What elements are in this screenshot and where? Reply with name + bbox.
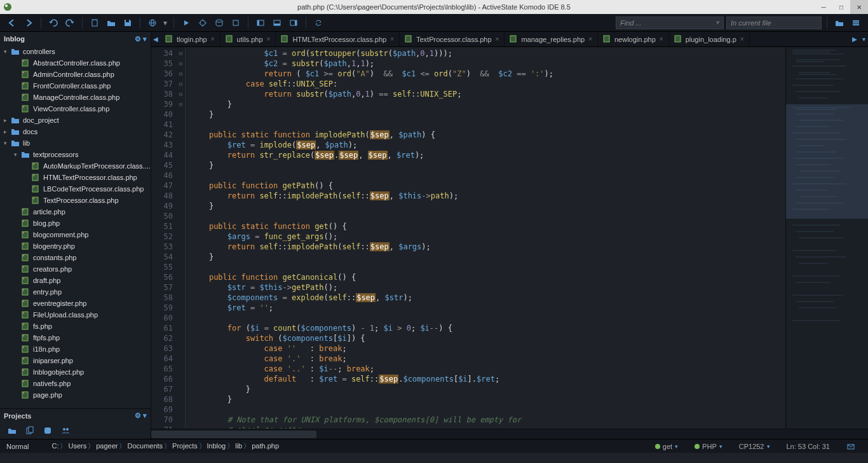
debug-icon[interactable] [196,16,210,30]
panel-left-icon[interactable] [254,16,268,30]
symbol-indicator[interactable]: get▾ [655,443,678,450]
close-button[interactable]: ✕ [850,0,868,14]
save-icon[interactable] [121,16,135,30]
maximize-button[interactable]: □ [832,0,850,14]
breadcrumb-segment[interactable]: C: [51,442,58,450]
editor-mode: Normal [6,443,29,450]
tree-file[interactable]: FileUpload.class.php [0,309,151,321]
tree-file[interactable]: blogentry.php [0,240,151,252]
tree-file[interactable]: entry.php [0,286,151,298]
new-file-icon[interactable] [88,16,102,30]
code-editor[interactable]: $c1 = ord(strtoupper(substr($path,0,1)))… [186,47,785,429]
tree-file[interactable]: ftpfs.php [0,332,151,343]
gear-icon[interactable]: ⚙ ▾ [135,35,147,43]
tree-file[interactable]: LBCodeTextProcessor.class.php [0,183,151,195]
tree-file[interactable]: nativefs.php [0,378,151,389]
users-icon[interactable] [61,426,70,435]
fold-gutter[interactable]: ⊟ ⊟ ⊟ ⊟ ⊟ ⊟ [177,47,186,429]
horizontal-scrollbar[interactable] [151,429,868,439]
svg-point-72 [23,381,24,382]
open-file-icon[interactable] [104,16,118,30]
close-icon[interactable]: × [211,36,215,43]
chevron-down-icon[interactable]: ▾ [162,16,168,30]
files-icon[interactable] [25,426,34,435]
scrollbar-thumb[interactable] [151,431,316,438]
tree-file[interactable]: blog.php [0,218,151,229]
breadcrumb-segment[interactable]: path.php [252,442,279,450]
minimap[interactable] [785,47,868,429]
breadcrumb-segment[interactable]: Projects [172,442,198,450]
minimize-button[interactable]: ─ [815,0,832,14]
folder-icon[interactable] [832,16,846,30]
editor-tab[interactable]: HTMLTextProcessor.class.php× [276,32,400,46]
tree-file[interactable]: AutoMarkupTextProcessor.class.... [0,160,151,172]
editor-tab[interactable]: newlogin.php× [598,32,669,46]
close-icon[interactable]: × [588,36,592,43]
find-scope-select[interactable]: In current file [726,17,822,29]
breadcrumb-segment[interactable]: lnblog [207,442,226,450]
breadcrumbs[interactable]: C:〉Users〉pageer〉Documents〉Projects〉lnblo… [51,441,279,451]
panel-bottom-icon[interactable] [270,16,284,30]
tree-item-label: ftpfs.php [33,334,60,342]
editor-tab[interactable]: plugin_loading.p× [669,32,750,46]
tree-file[interactable]: article.php [0,206,151,218]
notification-icon[interactable] [846,442,855,451]
database-icon[interactable] [212,16,226,30]
nav-back-icon[interactable] [5,16,19,30]
tree-file[interactable]: AbstractController.class.php [0,57,151,69]
sync-icon[interactable] [311,16,325,30]
tree-file[interactable]: TextProcessor.class.php [0,195,151,206]
gear-icon[interactable]: ⚙ ▾ [135,411,147,420]
tree-file[interactable]: FrontController.class.php [0,80,151,92]
breadcrumb-segment[interactable]: pageer [96,442,118,450]
php-file-icon [674,35,683,44]
close-icon[interactable]: × [390,36,394,43]
close-icon[interactable]: × [496,36,499,43]
tab-scroll-left-icon[interactable]: ◀ [151,32,160,46]
tree-folder[interactable]: ▾controllers [0,46,151,57]
tree-file[interactable]: fs.php [0,321,151,332]
redo-icon[interactable] [63,16,77,30]
tree-file[interactable]: ManageController.class.php [0,92,151,103]
breadcrumb-segment[interactable]: Documents [127,442,163,450]
tree-file[interactable]: constants.php [0,252,151,263]
panel-right-icon[interactable] [287,16,301,30]
play-icon[interactable] [179,16,193,30]
language-indicator[interactable]: PHP▾ [695,443,722,450]
tree-file[interactable]: eventregister.php [0,298,151,309]
tree-file[interactable]: HTMLTextProcessor.class.php [0,172,151,183]
editor-tab[interactable]: utils.php× [220,32,276,46]
find-input[interactable]: Find ...▾ [616,17,724,29]
tree-file[interactable]: AdminController.class.php [0,69,151,80]
editor-tab[interactable]: tlogin.php× [160,32,220,46]
tree-file[interactable]: blogcomment.php [0,229,151,240]
tree-file[interactable]: creators.php [0,263,151,275]
tab-scroll-right-icon[interactable]: ▶ [850,32,859,46]
tool-icon[interactable] [229,16,243,30]
tree-folder[interactable]: ▸docs [0,126,151,137]
nav-forward-icon[interactable] [22,16,36,30]
database-icon[interactable] [43,426,52,435]
close-icon[interactable]: × [740,36,744,43]
menu-icon[interactable] [849,16,863,30]
tree-file[interactable]: page.php [0,389,151,401]
tree-file[interactable]: draft.php [0,275,151,286]
folder-icon[interactable] [8,426,17,435]
editor-tab[interactable]: TextProcessor.class.php× [400,32,505,46]
editor-tab[interactable]: manage_replies.php× [505,32,598,46]
tree-file[interactable]: i18n.php [0,343,151,355]
tree-folder[interactable]: ▾lib [0,137,151,149]
tree-folder[interactable]: ▾textprocessors [0,149,151,160]
tree-file[interactable]: iniparser.php [0,355,151,366]
tree-folder[interactable]: ▸doc_project [0,114,151,126]
globe-icon[interactable] [146,16,159,30]
tree-file[interactable]: ViewController.class.php [0,103,151,114]
encoding-indicator[interactable]: CP1252▾ [739,443,770,450]
breadcrumb-segment[interactable]: Users [68,442,86,450]
breadcrumb-segment[interactable]: lib [235,442,242,450]
close-icon[interactable]: × [660,36,663,43]
tree-file[interactable]: lnblogobject.php [0,366,151,378]
close-icon[interactable]: × [267,36,271,43]
tab-list-icon[interactable]: ▾ [859,32,868,46]
undo-icon[interactable] [46,16,60,30]
